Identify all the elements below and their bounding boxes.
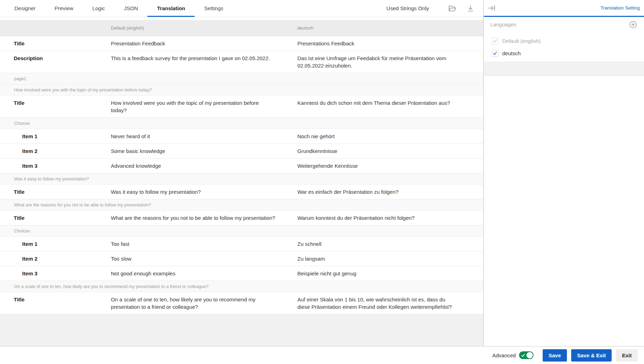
main-body: DesignerPreviewLogicJSONTranslationSetti… [0, 0, 644, 346]
value-default-english[interactable]: Not good enough examples [111, 266, 297, 281]
tab-preview[interactable]: Preview [45, 0, 83, 17]
group-header-row: What are the reasons for you not to be a… [0, 199, 483, 211]
value-default-english[interactable]: Advanced knowledge [111, 159, 297, 173]
row-label: Item 1 [0, 237, 111, 251]
value-default-english[interactable]: What are the reasons for you not to be a… [111, 211, 297, 225]
value-deutsch[interactable]: Beispiele nicht gut genug [297, 266, 483, 281]
languages-section-header: Languages [484, 17, 644, 32]
value-deutsch[interactable]: Grundkenntnisse [297, 144, 483, 158]
translation-content: DesignerPreviewLogicJSONTranslationSetti… [0, 0, 484, 346]
footer-bar: Advanced Save Save & Exit Exit [0, 346, 644, 364]
value-default-english[interactable]: This is a feedback survey for the presen… [111, 51, 297, 73]
group-header-row: Was it easy to follow my presentation? [0, 173, 483, 185]
translation-row: TitleWhat are the reasons for you not to… [0, 211, 483, 225]
row-label: Item 1 [0, 129, 111, 143]
row-label: Title [0, 96, 111, 117]
translation-table: Default (english)deutschTitlePresentatio… [0, 20, 483, 314]
row-label: Title [0, 36, 111, 51]
table-empty-area [0, 314, 483, 346]
language-checkbox [492, 38, 498, 44]
value-default-english[interactable]: Was it easy to follow my presentation? [111, 185, 297, 199]
download-icon[interactable] [465, 0, 476, 17]
value-deutsch[interactable]: Noch nie gehört [297, 129, 483, 143]
translation-row: Item 3Advanced knowledgeWeitergehende Ke… [0, 159, 483, 173]
survey-creator-window: DesignerPreviewLogicJSONTranslationSetti… [0, 0, 644, 364]
row-label: Title [0, 185, 111, 199]
tab-translation[interactable]: Translation [147, 0, 195, 17]
value-deutsch[interactable]: Das ist eine Umfrage um Feedabck für mei… [297, 51, 483, 73]
translation-settings-panel: Translation Setting Languages Default (e… [484, 0, 644, 346]
value-deutsch[interactable]: Kanntest du dich schon mit dem Thema die… [297, 96, 483, 117]
value-default-english[interactable]: Some basic knowledge [111, 144, 297, 158]
tab-list: DesignerPreviewLogicJSONTranslationSetti… [5, 0, 233, 17]
translation-row: DescriptionThis is a feedback survey for… [0, 51, 483, 73]
tab-json[interactable]: JSON [114, 0, 147, 17]
value-default-english[interactable]: Too slow [111, 251, 297, 266]
sidebar-empty-area [484, 76, 644, 346]
language-list: Default (english)deutsch [484, 32, 644, 62]
save-exit-button[interactable]: Save & Exit [571, 349, 612, 362]
value-deutsch[interactable]: Auf einer Skala von 1 bis 10, wie wahrsc… [297, 292, 483, 314]
translation-row: Item 3Not good enough examplesBeispiele … [0, 266, 483, 281]
advanced-toggle[interactable] [519, 351, 533, 359]
tab-designer[interactable]: Designer [5, 0, 45, 17]
group-header-row: page1 [0, 73, 483, 84]
group-header-row: On a scale of one to ten, how likely are… [0, 281, 483, 292]
toggle-knob [526, 352, 533, 358]
group-header-row: How involved were you with the topic of … [0, 84, 483, 96]
plus-circle-icon[interactable] [629, 20, 637, 29]
value-default-english[interactable]: Too fast [111, 237, 297, 251]
table-header-row: Default (english)deutsch [0, 20, 483, 36]
translation-row: TitlePresentation FeedbackPresentations … [0, 36, 483, 51]
translation-row: TitleWas it easy to follow my presentati… [0, 185, 483, 199]
group-header-row: Choices [0, 225, 483, 237]
value-deutsch[interactable]: Weitergehende Kenntisse [297, 159, 483, 173]
value-default-english[interactable]: On a scale of one to ten, how likely are… [111, 292, 297, 314]
collapse-panel-icon[interactable] [487, 4, 496, 12]
tab-settings[interactable]: Settings [195, 0, 233, 17]
column-header: deutsch [297, 25, 483, 31]
translation-row: Item 2Too slowZu langsam [0, 251, 483, 266]
column-header: Default (english) [111, 25, 297, 31]
save-button[interactable]: Save [543, 349, 567, 362]
value-deutsch[interactable]: War es einfach der Präsentation zu folge… [297, 185, 483, 199]
language-label: Default (english) [502, 38, 541, 44]
value-deutsch[interactable]: Zu schnell [297, 237, 483, 251]
advanced-label: Advanced [492, 352, 516, 358]
folder-open-icon[interactable] [447, 0, 458, 17]
row-label: Description [0, 51, 111, 73]
group-header-row: Choices [0, 118, 483, 129]
tab-bar: DesignerPreviewLogicJSONTranslationSetti… [0, 0, 483, 17]
translation-row: TitleOn a scale of one to ten, how likel… [0, 292, 483, 314]
row-label: Item 2 [0, 144, 111, 158]
language-item: Default (english) [492, 35, 644, 47]
used-strings-only-button[interactable]: Used Strings Only [386, 0, 429, 17]
exit-button[interactable]: Exit [616, 349, 638, 362]
value-deutsch[interactable]: Presentations Feedback [297, 36, 483, 51]
value-default-english[interactable]: Presentation Feedback [111, 36, 297, 51]
table-top-gap [0, 17, 483, 20]
tab-bar-spacer [233, 0, 387, 17]
languages-label: Languages [490, 21, 516, 27]
sidebar-title: Translation Setting [600, 5, 640, 11]
translation-row: Item 1Too fastZu schnell [0, 237, 483, 251]
language-item: deutsch [492, 47, 644, 59]
row-label: Title [0, 211, 111, 225]
row-label: Item 2 [0, 251, 111, 266]
translation-row: Item 2Some basic knowledgeGrundkenntniss… [0, 144, 483, 159]
value-default-english[interactable]: How involved were you with the topic of … [111, 96, 297, 117]
row-label: Title [0, 292, 111, 314]
language-panel-footer [484, 62, 644, 76]
row-label: Item 3 [0, 159, 111, 173]
language-label: deutsch [502, 50, 521, 56]
language-checkbox[interactable] [492, 50, 498, 57]
value-deutsch[interactable]: Zu langsam [297, 251, 483, 266]
value-default-english[interactable]: Never heard of it [111, 129, 297, 143]
sidebar-header: Translation Setting [484, 0, 644, 17]
check-icon [521, 353, 525, 357]
advanced-control: Advanced [492, 351, 533, 359]
value-deutsch[interactable]: Warum konntest du der Präsentation nicht… [297, 211, 483, 225]
tab-logic[interactable]: Logic [83, 0, 114, 17]
row-label: Item 3 [0, 266, 111, 281]
translation-row: Item 1Never heard of itNoch nie gehört [0, 129, 483, 144]
